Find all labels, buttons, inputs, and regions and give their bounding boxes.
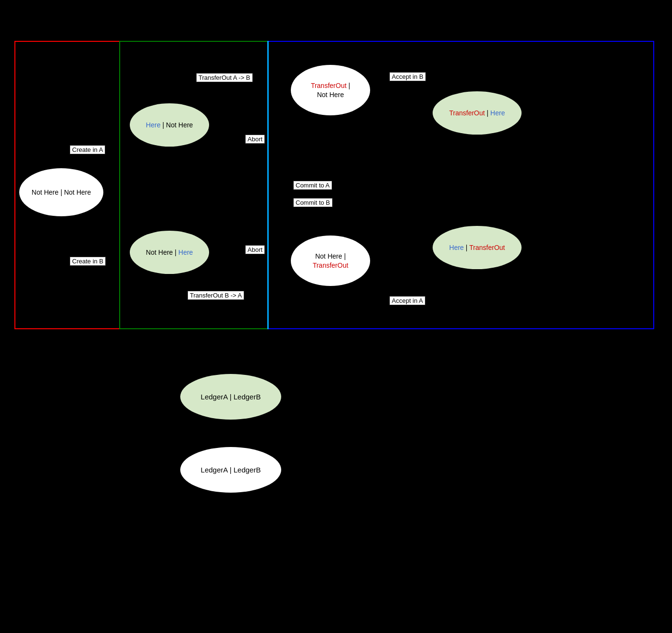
here-label4: Here [449,243,464,252]
node-ledger-ab-2: LedgerA | LedgerB [180,447,281,493]
label-accept-in-b: Accept in B [389,72,426,81]
region-green [119,41,268,329]
node-here-label2: Here [178,248,193,257]
label-transferout-b-a: TransferOut B -> A [187,291,244,300]
node-transferout-here: TransferOut | Here [433,91,522,135]
transferout-label2: TransferOut [312,261,348,269]
node-ledger-ab-1: LedgerA | LedgerB [180,374,281,420]
label-transferout-a-b: TransferOut A -> B [196,73,253,82]
transferout-label1: TransferOut [311,82,347,89]
diagram: Not Here | Not Here Here | Not Here Not … [0,0,672,633]
here-label3: Here [490,109,505,117]
node-here-label: Here [146,121,161,129]
label-commit-to-a: Commit to A [293,181,332,190]
node-here-not-here: Here | Not Here [130,103,209,147]
label-commit-to-b: Commit to B [293,198,333,207]
node-not-here-not-here: Not Here | Not Here [19,168,103,216]
transferout-label3: TransferOut [449,109,485,117]
label-create-in-a: Create in A [70,145,105,154]
node-not-here-transferout: Not Here |TransferOut [291,236,370,286]
label-abort-2: Abort [245,245,265,254]
vertical-line-blue [267,41,269,329]
label-accept-in-a: Accept in A [389,296,425,305]
label-create-in-b: Create in B [70,257,106,266]
transferout-label4: TransferOut [469,243,505,252]
node-not-here-here: Not Here | Here [130,231,209,274]
label-abort-1: Abort [245,135,265,144]
node-here-transferout: Here | TransferOut [433,226,522,269]
node-transferout-not-here: TransferOut |Not Here [291,65,370,115]
